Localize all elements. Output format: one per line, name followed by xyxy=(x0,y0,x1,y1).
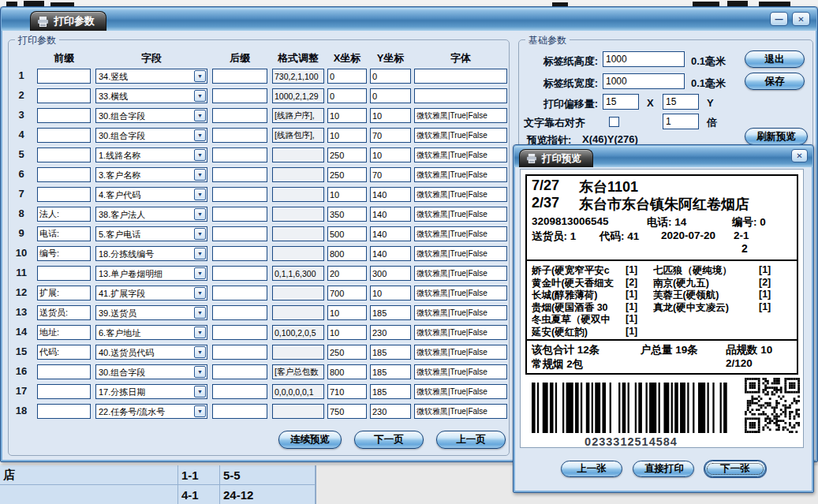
font-input[interactable] xyxy=(414,364,507,379)
x-coord-input[interactable] xyxy=(327,345,367,360)
format-input[interactable] xyxy=(272,384,324,399)
format-input[interactable] xyxy=(272,108,324,123)
align-right-checkbox[interactable] xyxy=(609,117,619,127)
y-coord-input[interactable] xyxy=(370,305,411,320)
x-coord-input[interactable] xyxy=(327,226,367,241)
y-coord-input[interactable] xyxy=(370,384,411,399)
save-button[interactable]: 保存 xyxy=(745,73,805,90)
close-button[interactable]: ✕ xyxy=(792,12,810,26)
format-input[interactable] xyxy=(272,69,324,84)
field-dropdown[interactable]: 30.组合字段▼ xyxy=(95,128,207,143)
font-input[interactable] xyxy=(414,187,507,202)
next-page-button[interactable]: 下一页 xyxy=(354,431,424,449)
font-input[interactable] xyxy=(414,384,507,399)
prefix-input[interactable] xyxy=(37,246,91,261)
font-input[interactable] xyxy=(414,147,507,162)
format-input[interactable] xyxy=(272,167,324,182)
field-dropdown[interactable]: 34.竖线▼ xyxy=(95,69,207,84)
x-coord-input[interactable] xyxy=(327,305,367,320)
format-input[interactable] xyxy=(272,325,324,340)
y-coord-input[interactable] xyxy=(370,226,411,241)
field-dropdown[interactable]: 39.送货员▼ xyxy=(95,305,207,320)
font-input[interactable] xyxy=(414,286,507,301)
label-height-input[interactable] xyxy=(603,51,685,67)
y-coord-input[interactable] xyxy=(370,325,411,340)
prefix-input[interactable] xyxy=(37,266,91,281)
field-dropdown[interactable]: 6.客户地址▼ xyxy=(95,325,207,340)
suffix-input[interactable] xyxy=(212,187,267,202)
x-coord-input[interactable] xyxy=(327,88,367,103)
grid-cell[interactable]: 24-12 xyxy=(220,485,316,504)
minimize-button[interactable]: — xyxy=(770,12,788,26)
format-input[interactable] xyxy=(272,345,324,360)
field-dropdown[interactable]: 5.客户电话▼ xyxy=(95,226,207,241)
x-coord-input[interactable] xyxy=(327,207,367,222)
prefix-input[interactable] xyxy=(37,384,91,399)
close-button[interactable]: ✕ xyxy=(791,149,808,162)
y-coord-input[interactable] xyxy=(370,345,411,360)
y-coord-input[interactable] xyxy=(370,128,411,143)
y-coord-input[interactable] xyxy=(370,187,411,202)
y-coord-input[interactable] xyxy=(370,88,411,103)
prev-page-button[interactable]: 上一页 xyxy=(436,431,506,449)
format-input[interactable] xyxy=(272,226,324,241)
grid-cell[interactable]: 4-1 xyxy=(178,485,220,504)
field-dropdown[interactable]: 13.单户卷烟明细▼ xyxy=(95,266,207,281)
x-coord-input[interactable] xyxy=(327,266,367,281)
suffix-input[interactable] xyxy=(212,246,267,261)
suffix-input[interactable] xyxy=(212,286,267,301)
grid-cell[interactable]: 1-1 xyxy=(178,465,220,484)
field-dropdown[interactable]: 38.客户法人▼ xyxy=(95,207,207,222)
suffix-input[interactable] xyxy=(212,69,267,84)
label-width-input[interactable] xyxy=(603,73,685,89)
format-input[interactable] xyxy=(272,147,324,162)
format-input[interactable] xyxy=(272,266,324,281)
font-input[interactable] xyxy=(414,404,507,419)
prefix-input[interactable] xyxy=(37,286,91,301)
field-dropdown[interactable]: 3.客户名称▼ xyxy=(95,167,207,182)
font-input[interactable] xyxy=(414,246,507,261)
format-input[interactable] xyxy=(272,286,324,301)
offset-y-input[interactable] xyxy=(663,94,699,110)
y-coord-input[interactable] xyxy=(370,167,411,182)
refresh-preview-button[interactable]: 刷新预览 xyxy=(745,128,808,145)
suffix-input[interactable] xyxy=(212,88,267,103)
format-input[interactable] xyxy=(272,88,324,103)
field-dropdown[interactable]: 33.横线▼ xyxy=(95,88,207,103)
x-coord-input[interactable] xyxy=(327,384,367,399)
prefix-input[interactable] xyxy=(37,226,91,241)
prefix-input[interactable] xyxy=(37,325,91,340)
prefix-input[interactable] xyxy=(37,404,91,419)
prefix-input[interactable] xyxy=(37,345,91,360)
field-dropdown[interactable]: 18.分拣线编号▼ xyxy=(95,246,207,261)
format-input[interactable] xyxy=(272,187,324,202)
font-input[interactable] xyxy=(414,345,507,360)
suffix-input[interactable] xyxy=(212,266,267,281)
font-input[interactable] xyxy=(414,266,507,281)
prefix-input[interactable] xyxy=(37,305,91,320)
suffix-input[interactable] xyxy=(212,345,267,360)
y-coord-input[interactable] xyxy=(370,266,411,281)
direct-print-button[interactable]: 直接打印 xyxy=(633,461,694,477)
format-input[interactable] xyxy=(272,404,324,419)
y-coord-input[interactable] xyxy=(370,364,411,379)
x-coord-input[interactable] xyxy=(327,69,367,84)
font-input[interactable] xyxy=(414,69,507,84)
font-input[interactable] xyxy=(414,88,507,103)
font-input[interactable] xyxy=(414,108,507,123)
x-coord-input[interactable] xyxy=(327,147,367,162)
grid-cell[interactable]: 店 xyxy=(0,465,178,484)
prefix-input[interactable] xyxy=(37,364,91,379)
prefix-input[interactable] xyxy=(37,69,91,84)
format-input[interactable] xyxy=(272,364,324,379)
x-coord-input[interactable] xyxy=(327,364,367,379)
format-input[interactable] xyxy=(272,128,324,143)
x-coord-input[interactable] xyxy=(327,167,367,182)
format-input[interactable] xyxy=(272,305,324,320)
format-input[interactable] xyxy=(272,246,324,261)
format-input[interactable] xyxy=(272,207,324,222)
suffix-input[interactable] xyxy=(212,364,267,379)
grid-cell[interactable] xyxy=(0,485,178,504)
y-coord-input[interactable] xyxy=(370,147,411,162)
field-dropdown[interactable]: 40.送货员代码▼ xyxy=(95,345,207,360)
